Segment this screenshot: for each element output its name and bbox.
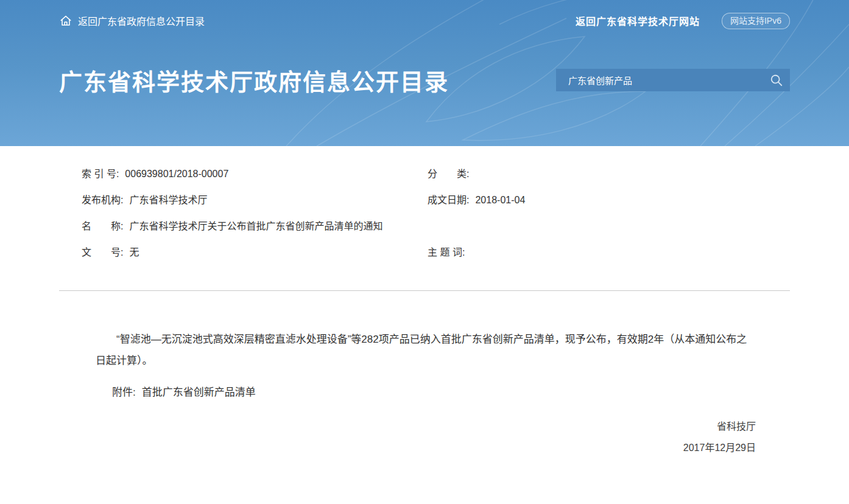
signature-agency: 省科技厅 xyxy=(59,416,756,437)
page-title: 广东省科学技术厅政府信息公开目录 xyxy=(59,63,449,97)
topbar-right: 返回广东省科学技术厅网站 网站支持IPv6 xyxy=(576,13,790,29)
meta-subject-terms: 主 题 词: xyxy=(428,247,790,259)
meta-category: 分 类: xyxy=(428,168,790,180)
attachment-link[interactable]: 首批广东省创新产品清单 xyxy=(142,387,256,398)
meta-label: 索 引 号: xyxy=(82,169,119,179)
attachment-row: 附件:首批广东省创新产品清单 xyxy=(59,385,790,400)
meta-value: 2018-01-04 xyxy=(475,195,525,205)
main-content: 索 引 号:006939801/2018-00007 分 类: 发布机构:广东省… xyxy=(59,146,790,458)
home-link[interactable]: 返回广东省政府信息公开目录 xyxy=(59,13,205,28)
meta-value: 无 xyxy=(129,247,139,257)
meta-issue-date: 成文日期:2018-01-04 xyxy=(428,194,790,206)
meta-label: 主 题 词: xyxy=(428,247,465,257)
metadata-section: 索 引 号:006939801/2018-00007 分 类: 发布机构:广东省… xyxy=(59,146,790,259)
site-link[interactable]: 返回广东省科学技术厅网站 xyxy=(576,13,700,28)
notice-article: “智滤池—无沉淀池式高效深层精密直滤水处理设备”等282项产品已纳入首批广东省创… xyxy=(59,291,790,458)
attachment-label: 附件: xyxy=(112,387,136,398)
meta-empty-cell xyxy=(428,220,790,233)
meta-doc-number: 文 号:无 xyxy=(59,247,428,259)
home-icon xyxy=(59,14,72,27)
meta-label: 文 号: xyxy=(82,247,123,257)
title-row: 广东省科学技术厅政府信息公开目录 xyxy=(59,63,790,97)
page: 返回广东省政府信息公开目录 返回广东省科学技术厅网站 网站支持IPv6 广东省科… xyxy=(0,0,849,504)
search-button[interactable] xyxy=(763,69,790,91)
meta-value: 006939801/2018-00007 xyxy=(125,169,228,179)
meta-label: 发布机构: xyxy=(82,195,123,205)
search-box xyxy=(556,69,790,91)
meta-publisher: 发布机构:广东省科学技术厅 xyxy=(59,194,428,206)
header-banner: 返回广东省政府信息公开目录 返回广东省科学技术厅网站 网站支持IPv6 广东省科… xyxy=(0,0,849,146)
meta-label: 成文日期: xyxy=(428,195,469,205)
meta-value: 广东省科学技术厅 xyxy=(129,195,207,205)
search-icon xyxy=(770,74,783,87)
meta-index-number: 索 引 号:006939801/2018-00007 xyxy=(59,168,428,180)
home-link-label: 返回广东省政府信息公开目录 xyxy=(78,13,205,28)
topbar: 返回广东省政府信息公开目录 返回广东省科学技术厅网站 网站支持IPv6 xyxy=(59,0,790,29)
signature-block: 省科技厅 2017年12月29日 xyxy=(59,416,790,458)
ipv6-badge: 网站支持IPv6 xyxy=(722,13,790,29)
meta-doc-title: 名 称:广东省科学技术厅关于公布首批广东省创新产品清单的通知 xyxy=(59,220,428,233)
signature-date: 2017年12月29日 xyxy=(59,437,756,458)
meta-value: 广东省科学技术厅关于公布首批广东省创新产品清单的通知 xyxy=(129,221,382,231)
meta-label: 分 类: xyxy=(428,169,469,179)
notice-paragraph: “智滤池—无沉淀池式高效深层精密直滤水处理设备”等282项产品已纳入首批广东省创… xyxy=(59,329,790,371)
search-input[interactable] xyxy=(556,69,763,91)
meta-label: 名 称: xyxy=(82,221,123,231)
